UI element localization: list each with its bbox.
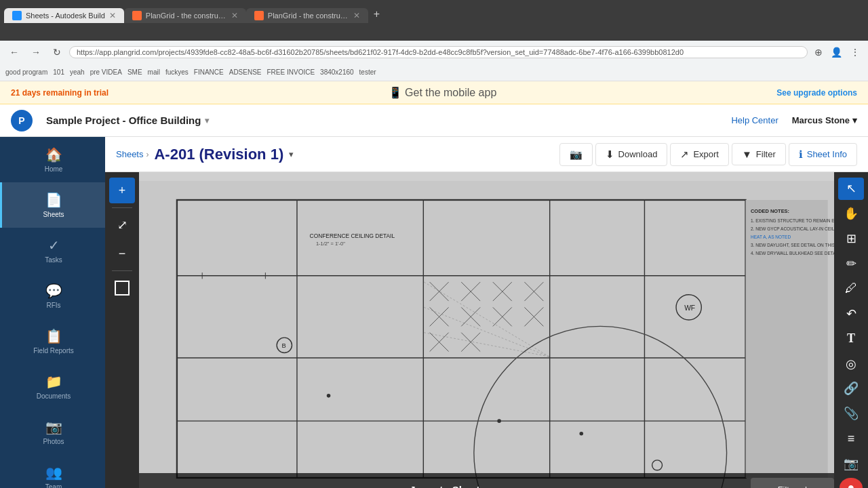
- stamp-tool[interactable]: ◎: [838, 352, 864, 375]
- bookmark-tester[interactable]: tester: [359, 68, 376, 76]
- snapshot-icon: 📷: [570, 148, 583, 161]
- add-markup-button[interactable]: +: [109, 178, 135, 203]
- browser-chrome: Sheets - Autodesk Build ✕ PlanGrid - the…: [0, 0, 868, 41]
- sheet-nav: Sheets › A-201 (Revision 1) ▾: [116, 146, 294, 163]
- forward-button[interactable]: →: [27, 45, 45, 59]
- tab-close-plangrid1[interactable]: ✕: [231, 11, 238, 20]
- bookmark-sme[interactable]: SME: [127, 68, 142, 76]
- highlight-tool[interactable]: 🖊: [838, 278, 864, 300]
- svg-point-51: [579, 432, 583, 436]
- hyperlink-tool[interactable]: 🔗: [838, 378, 864, 400]
- svg-text:4. NEW DRYWALL BULKHEAD SEE DE: 4. NEW DRYWALL BULKHEAD SEE DETAIL A THI…: [751, 251, 834, 256]
- bookmark-adsense[interactable]: ADSENSE: [229, 68, 262, 76]
- extensions-icon[interactable]: ⊕: [812, 45, 825, 59]
- sheet-view: + ⤢ −: [105, 172, 868, 488]
- sheet-info-label: Sheet Info: [807, 149, 847, 159]
- address-bar[interactable]: https://app.plangrid.com/projects/4939fd…: [69, 46, 808, 58]
- export-button[interactable]: ↗ Export: [670, 143, 729, 166]
- sidebar-item-field-reports[interactable]: 📋 Field Reports: [0, 319, 105, 364]
- filter-label: Filter: [756, 149, 776, 159]
- bookmark-fuckyes[interactable]: fuckyes: [165, 68, 189, 76]
- tape-tool[interactable]: 📎: [838, 403, 864, 425]
- help-center-link[interactable]: Help Center: [731, 115, 778, 125]
- next-sheet-icon[interactable]: →: [812, 483, 823, 488]
- bookmark-yeah[interactable]: yeah: [70, 68, 85, 76]
- pencil-tool[interactable]: ✏: [838, 253, 864, 275]
- upgrade-link[interactable]: See upgrade options: [776, 88, 857, 98]
- new-tab-button[interactable]: +: [368, 5, 385, 23]
- sidebar-item-tasks[interactable]: ✓ Tasks: [0, 228, 105, 273]
- tape-icon: 📎: [844, 406, 859, 421]
- nav-icons: ⊕ 👤 ⋮: [812, 45, 863, 59]
- zoom-out-button[interactable]: −: [109, 241, 135, 266]
- svg-point-49: [327, 394, 331, 398]
- tab-plangrid2[interactable]: PlanGrid - the construction app... ✕: [246, 8, 368, 23]
- bookmark-freeinvoice[interactable]: FREE INVOICE: [267, 68, 315, 76]
- tab-label-plangrid1: PlanGrid - the construction app...: [146, 12, 227, 20]
- nav-bar: ← → ↻ https://app.plangrid.com/projects/…: [0, 41, 868, 64]
- svg-text:CODED NOTES:: CODED NOTES:: [751, 208, 789, 214]
- camera-tool[interactable]: 📷: [838, 453, 864, 475]
- list-tool[interactable]: ≡: [838, 428, 864, 450]
- sidebar-label-team: Team: [45, 483, 62, 488]
- grid-tool[interactable]: ⊞: [838, 228, 864, 250]
- download-button[interactable]: ⬇ Download: [595, 143, 668, 166]
- eraser-tool[interactable]: ↶: [838, 302, 864, 325]
- app-header: P Sample Project - Office Building ▾ Hel…: [0, 104, 868, 137]
- sheet-info-button[interactable]: ℹ Sheet Info: [789, 143, 857, 166]
- sidebar: 🏠 Home 📄 Sheets ✓ Tasks 💬 RFIs 📋 Field R…: [0, 137, 105, 488]
- photos-icon: 📷: [45, 419, 62, 435]
- profile-icon[interactable]: 👤: [828, 45, 845, 59]
- field-reports-icon: 📋: [45, 328, 62, 344]
- sidebar-label-photos: Photos: [43, 438, 64, 445]
- sidebar-item-documents[interactable]: 📁 Documents: [0, 364, 105, 409]
- svg-text:CONFERENCE CEILING  DETAIL: CONFERENCE CEILING DETAIL: [310, 232, 395, 239]
- bookmark-finance[interactable]: FINANCE: [194, 68, 224, 76]
- selection-rect-button[interactable]: [109, 275, 135, 301]
- sidebar-item-rfis[interactable]: 💬 RFIs: [0, 273, 105, 319]
- sheets-breadcrumb[interactable]: Sheets ›: [116, 149, 149, 159]
- cursor-tool[interactable]: ↖: [838, 178, 864, 200]
- snapshot-button[interactable]: 📷: [559, 143, 593, 166]
- app-title: Sample Project - Office Building ▾: [46, 115, 209, 126]
- sidebar-item-home[interactable]: 🏠 Home: [0, 137, 105, 182]
- bookmark-101[interactable]: 101: [53, 68, 64, 76]
- user-name[interactable]: Marcus Stone ▾: [792, 115, 857, 125]
- tab-close-sheets[interactable]: ✕: [109, 11, 116, 20]
- refresh-button[interactable]: ↻: [49, 45, 65, 59]
- bookmark-good-program[interactable]: good program: [5, 68, 47, 76]
- prev-sheet-icon[interactable]: ←: [762, 483, 772, 488]
- sidebar-label-tasks: Tasks: [45, 256, 62, 264]
- documents-icon: 📁: [45, 373, 62, 390]
- filtered-navigation[interactable]: ← Filtered →: [751, 478, 834, 488]
- blueprint-canvas[interactable]: CONFERENCE CEILING DETAIL 1-1/2" = 1'-0": [139, 172, 834, 488]
- sidebar-item-photos[interactable]: 📷 Photos: [0, 409, 105, 455]
- fit-screen-button[interactable]: ⤢: [109, 212, 135, 238]
- back-button[interactable]: ←: [5, 45, 23, 59]
- tab-plangrid1[interactable]: PlanGrid - the construction app... ✕: [124, 8, 246, 23]
- tab-close-plangrid2[interactable]: ✕: [353, 11, 360, 20]
- tab-sheets[interactable]: Sheets - Autodesk Build ✕: [4, 8, 124, 23]
- bookmark-mail[interactable]: mail: [148, 68, 160, 76]
- pan-tool[interactable]: ✋: [838, 203, 864, 225]
- bookmark-previdea[interactable]: pre VIDEA: [90, 68, 122, 76]
- record-icon: ●: [848, 481, 855, 488]
- revision-dropdown[interactable]: ▾: [289, 149, 294, 159]
- filter-button[interactable]: ▼ Filter: [732, 143, 786, 165]
- menu-icon[interactable]: ⋮: [848, 45, 863, 59]
- sheet-title-text: A-201 (Revision 1): [154, 146, 283, 163]
- sidebar-item-sheets[interactable]: 📄 Sheets: [0, 182, 105, 228]
- download-label: Download: [618, 149, 658, 159]
- stamp-icon: ◎: [846, 357, 856, 371]
- sidebar-item-team[interactable]: 👥 Team: [0, 455, 105, 488]
- mobile-app-link[interactable]: 📱 Get the mobile app: [389, 86, 496, 99]
- jump-to-sheet-button[interactable]: Jump to Sheet: [139, 484, 751, 489]
- project-dropdown-icon[interactable]: ▾: [205, 116, 209, 125]
- zoom-out-icon: −: [119, 247, 126, 261]
- bookmark-resolution[interactable]: 3840x2160: [320, 68, 354, 76]
- record-button[interactable]: ●: [840, 478, 863, 488]
- text-tool[interactable]: T: [838, 327, 864, 350]
- svg-rect-0: [139, 181, 834, 488]
- sheets-icon: 📄: [45, 192, 62, 208]
- trial-text: 21 days remaining in trial: [11, 88, 108, 98]
